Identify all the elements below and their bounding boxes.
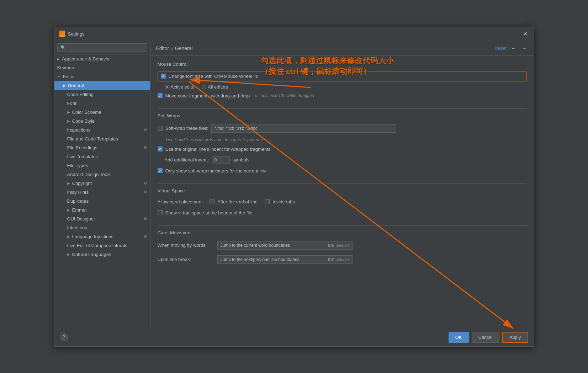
sidebar-item-label: File Encodings — [67, 145, 97, 150]
sidebar-item-gui-designer[interactable]: GUI Designer ⚙ — [54, 214, 150, 223]
sidebar-item-appearance[interactable]: ▶ Appearance & Behavior — [54, 54, 150, 63]
breadcrumb: Editor › General — [156, 46, 193, 51]
move-code-label: Move code fragments with drag-and-drop — [165, 93, 250, 98]
font-size-row: ✓ Change font size with Ctrl+Mouse Wheel… — [158, 71, 527, 81]
add-indent-input[interactable] — [212, 156, 230, 164]
only-show-checkbox[interactable]: ✓ — [158, 168, 163, 173]
settings-dialog: Settings ✕ ▶ Appearance & Behavior Keyma… — [54, 27, 534, 347]
back-button[interactable]: ← — [510, 45, 518, 52]
cancel-button[interactable]: Cancel — [472, 332, 499, 343]
chevron-down-icon: ▼ — [57, 75, 61, 79]
chevron-down-icon: ▾ — [348, 243, 349, 247]
sidebar-item-code-style[interactable]: ▶ Code Style — [54, 117, 150, 126]
main-panel: Editor › General Reset ← → Mouse Control — [150, 41, 534, 328]
sidebar-item-android-design[interactable]: Android Design Tools — [54, 170, 150, 179]
ok-button[interactable]: OK — [449, 332, 469, 343]
sidebar-item-file-types[interactable]: File Types — [54, 161, 150, 170]
sidebar-item-copyright[interactable]: ▶ Copyright ⚙ — [54, 179, 150, 188]
footer-left: ? — [60, 333, 68, 341]
breadcrumb-separator: › — [171, 46, 173, 51]
sidebar-item-file-code-templates[interactable]: File and Code Templates — [54, 134, 150, 143]
sidebar-item-language-injections[interactable]: ▶ Language Injections ⚙ — [54, 232, 150, 241]
after-end-label: After the end of line — [217, 199, 258, 204]
only-show-row: ✓ Only show soft-wrap indicators for the… — [158, 167, 527, 175]
sidebar-item-natural-languages[interactable]: ▶ Natural Languages — [54, 250, 150, 259]
virtual-space-title: Virtual Space — [158, 188, 527, 193]
show-virtual-row: Show virtual space at the bottom of the … — [158, 209, 527, 217]
soft-wrap-input[interactable] — [211, 124, 396, 133]
chevron-right-icon: ▶ — [67, 252, 70, 256]
sidebar-item-emmet[interactable]: ▶ Emmet — [54, 206, 150, 214]
sidebar-item-font[interactable]: Font — [54, 99, 150, 108]
search-box — [54, 41, 150, 54]
chevron-right-icon: ▶ — [67, 119, 70, 123]
line-break-ide: IDE default — [328, 257, 347, 262]
show-virtual-checkbox[interactable] — [158, 210, 163, 215]
moving-words-value: Jump to the current word boundaries — [221, 243, 325, 248]
line-break-label: Upon line break: — [158, 257, 214, 262]
sidebar-item-label: Duplicates — [67, 198, 89, 204]
sidebar-item-label: Live Edit of Compose Literals — [67, 243, 127, 248]
search-input[interactable] — [57, 43, 147, 52]
reset-button[interactable]: Reset — [495, 46, 507, 51]
all-editors-radio[interactable] — [202, 85, 206, 89]
sidebar-item-code-editing[interactable]: Code Editing — [54, 90, 150, 99]
panel-content: Mouse Control ✓ Change font size with Ct… — [150, 56, 534, 328]
sidebar-item-label: Language Injections — [72, 234, 113, 239]
move-code-row: ✓ Move code fragments with drag-and-drop… — [158, 92, 527, 100]
breadcrumb-general: General — [175, 46, 193, 51]
sidebar-item-live-templates[interactable]: Live Templates — [54, 152, 150, 161]
line-break-select[interactable]: Jump to the next/previous line boundarie… — [217, 255, 353, 264]
app-icon — [59, 31, 65, 37]
inside-tabs-checkbox[interactable] — [265, 199, 270, 204]
original-indent-checkbox[interactable]: ✓ — [158, 146, 163, 151]
settings-icon: ⚙ — [144, 190, 147, 195]
after-end-checkbox[interactable] — [210, 199, 214, 204]
all-editors-option[interactable]: All editors — [202, 84, 228, 90]
active-editor-radio[interactable] — [165, 85, 169, 89]
sidebar-item-duplicates[interactable]: Duplicates — [54, 197, 150, 206]
soft-wrap-checkbox[interactable] — [158, 126, 163, 131]
close-button[interactable]: ✕ — [521, 30, 530, 38]
breadcrumb-editor: Editor — [156, 46, 169, 51]
move-code-checkbox[interactable]: ✓ — [158, 93, 163, 98]
sidebar-item-inspections[interactable]: Inspections ⚙ — [54, 126, 150, 134]
footer-right: OK Cancel Apply — [449, 332, 528, 343]
chevron-right-icon: ▶ — [57, 57, 60, 61]
forward-button[interactable]: → — [520, 45, 528, 52]
sidebar-item-label: Font — [67, 101, 76, 106]
sidebar-item-file-encodings[interactable]: File Encodings ⚙ — [54, 143, 150, 152]
sidebar-item-label: Intentions — [67, 225, 87, 230]
moving-words-select[interactable]: Jump to the current word boundaries IDE … — [217, 241, 353, 250]
sidebar: ▶ Appearance & Behavior Keymap ▼ Editor … — [54, 41, 150, 328]
sidebar-item-inlay-hints[interactable]: Inlay Hints ⚙ — [54, 188, 150, 197]
font-size-checkbox[interactable]: ✓ — [161, 74, 166, 79]
settings-icon: ⚙ — [144, 181, 147, 186]
footer: ? OK Cancel Apply — [54, 328, 534, 346]
moving-words-label: When moving by words: — [158, 243, 214, 248]
sidebar-item-keymap[interactable]: Keymap — [54, 63, 150, 72]
soft-wrap-hint: Use * and ? as wildcards and ; to separa… — [166, 137, 263, 142]
add-indent-label: Add additional indent: — [165, 157, 209, 162]
symbols-label: symbols — [233, 157, 250, 162]
sidebar-item-color-scheme[interactable]: ▶ Color Scheme — [54, 108, 150, 117]
mouse-control-section: Mouse Control ✓ Change font size with Ct… — [158, 62, 527, 100]
settings-icon: ⚙ — [144, 145, 147, 150]
sidebar-item-label: Android Design Tools — [67, 172, 111, 177]
sidebar-item-label: GUI Designer — [67, 216, 95, 222]
sidebar-item-label: Live Templates — [67, 154, 98, 159]
sidebar-item-live-edit[interactable]: Live Edit of Compose Literals — [54, 241, 150, 250]
sidebar-item-intentions[interactable]: Intentions — [54, 223, 150, 232]
original-indent-row: ✓ Use the original line's indent for wra… — [158, 145, 527, 153]
sidebar-item-label: Code Editing — [67, 92, 94, 97]
caret-placement-label: Allow caret placement: — [158, 199, 204, 204]
sidebar-item-general[interactable]: ▶ General — [54, 81, 150, 90]
sidebar-item-editor[interactable]: ▼ Editor — [54, 72, 150, 81]
settings-icon: ⚙ — [144, 128, 147, 132]
soft-wrap-label: Soft-wrap these files: — [165, 126, 208, 131]
all-editors-label: All editors — [208, 84, 228, 90]
caret-placement-row: Allow caret placement: After the end of … — [158, 198, 527, 206]
apply-button[interactable]: Apply — [502, 332, 528, 343]
active-editor-option[interactable]: Active editor — [165, 84, 196, 90]
help-button[interactable]: ? — [60, 333, 68, 341]
